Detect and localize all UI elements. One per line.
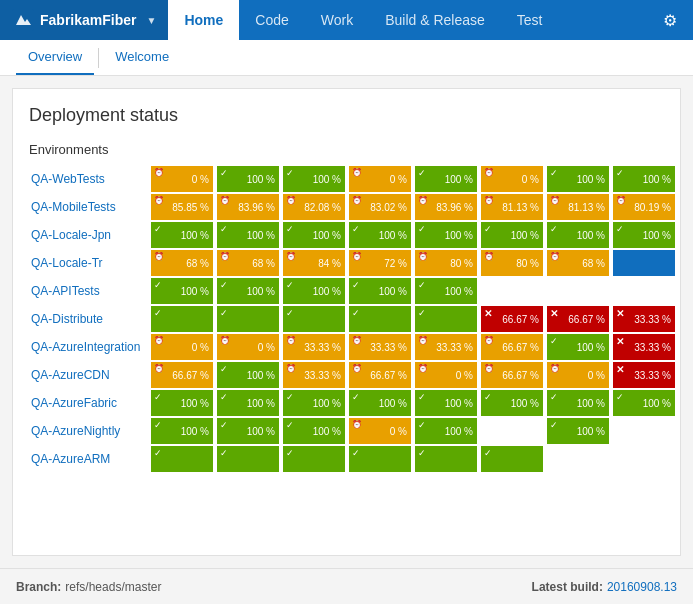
cell[interactable]: ✓100 % — [215, 165, 281, 193]
cell[interactable]: ⏰80 % — [413, 249, 479, 277]
cell[interactable]: ✓100 % — [215, 361, 281, 389]
cell[interactable] — [545, 445, 611, 473]
cell[interactable]: ✓ — [149, 305, 215, 333]
cell[interactable]: ⏰66.67 % — [149, 361, 215, 389]
cell[interactable]: ✓ — [347, 445, 413, 473]
nav-item-work[interactable]: Work — [305, 0, 369, 40]
cell[interactable] — [479, 277, 545, 305]
cell[interactable]: ⏰80 % — [479, 249, 545, 277]
cell[interactable]: ✓100 % — [545, 389, 611, 417]
cell[interactable]: ⏰0 % — [413, 361, 479, 389]
cell[interactable]: ✓100 % — [215, 389, 281, 417]
cell[interactable]: ⏰0 % — [149, 165, 215, 193]
cell[interactable]: ⏰66.67 % — [479, 333, 545, 361]
cell[interactable]: ✓100 % — [347, 221, 413, 249]
nav-item-code[interactable]: Code — [239, 0, 304, 40]
row-label[interactable]: QA-AzureARM — [29, 445, 149, 473]
cell[interactable] — [545, 277, 611, 305]
row-label[interactable]: QA-MobileTests — [29, 193, 149, 221]
cell[interactable]: ✓100 % — [413, 277, 479, 305]
cell[interactable]: ⏰68 % — [215, 249, 281, 277]
row-label[interactable]: QA-Locale-Tr — [29, 249, 149, 277]
cell[interactable] — [611, 445, 677, 473]
cell[interactable]: ✓100 % — [149, 389, 215, 417]
cell[interactable]: ✓100 % — [215, 221, 281, 249]
cell[interactable]: ✓100 % — [611, 221, 677, 249]
cell[interactable]: ⏰0 % — [215, 333, 281, 361]
cell[interactable]: ⏰68 % — [545, 249, 611, 277]
cell[interactable]: ✓100 % — [545, 333, 611, 361]
cell[interactable]: ⏰83.96 % — [215, 193, 281, 221]
cell[interactable]: ✓100 % — [281, 277, 347, 305]
cell[interactable]: ✓100 % — [347, 277, 413, 305]
cell[interactable]: ✓100 % — [479, 389, 545, 417]
row-label[interactable]: QA-Locale-Jpn — [29, 221, 149, 249]
cell[interactable] — [611, 249, 677, 277]
cell[interactable]: ✓100 % — [413, 389, 479, 417]
cell[interactable]: ✕33.33 % — [611, 361, 677, 389]
cell[interactable]: ✓100 % — [413, 221, 479, 249]
cell[interactable]: ⏰80.19 % — [611, 193, 677, 221]
subnav-welcome[interactable]: Welcome — [103, 40, 181, 75]
row-label[interactable]: QA-AzureNightly — [29, 417, 149, 445]
cell[interactable]: ⏰84 % — [281, 249, 347, 277]
cell[interactable]: ⏰81.13 % — [545, 193, 611, 221]
cell[interactable]: ⏰83.02 % — [347, 193, 413, 221]
cell[interactable]: ⏰33.33 % — [281, 333, 347, 361]
cell[interactable]: ✓ — [281, 445, 347, 473]
cell[interactable]: ✓100 % — [545, 417, 611, 445]
cell[interactable]: ⏰68 % — [149, 249, 215, 277]
cell[interactable]: ✓ — [479, 445, 545, 473]
cell[interactable]: ✓ — [413, 305, 479, 333]
cell[interactable] — [611, 417, 677, 445]
cell[interactable]: ✓100 % — [281, 221, 347, 249]
cell[interactable]: ✓100 % — [413, 417, 479, 445]
cell[interactable]: ⏰66.67 % — [347, 361, 413, 389]
cell[interactable]: ✓100 % — [215, 417, 281, 445]
cell[interactable]: ⏰0 % — [347, 417, 413, 445]
settings-icon[interactable]: ⚙ — [647, 0, 693, 40]
nav-item-build-release[interactable]: Build & Release — [369, 0, 501, 40]
nav-item-home[interactable]: Home — [168, 0, 239, 40]
cell[interactable]: ⏰82.08 % — [281, 193, 347, 221]
cell[interactable]: ✓100 % — [149, 417, 215, 445]
row-label[interactable]: QA-AzureIntegration — [29, 333, 149, 361]
cell[interactable]: ✓100 % — [479, 221, 545, 249]
cell[interactable] — [479, 417, 545, 445]
cell[interactable]: ⏰0 % — [149, 333, 215, 361]
subnav-overview[interactable]: Overview — [16, 40, 94, 75]
cell[interactable]: ✓100 % — [149, 277, 215, 305]
cell[interactable]: ⏰83.96 % — [413, 193, 479, 221]
cell[interactable]: ✓100 % — [281, 389, 347, 417]
cell[interactable]: ✓100 % — [611, 389, 677, 417]
cell[interactable]: ✓ — [347, 305, 413, 333]
cell[interactable]: ✓100 % — [545, 221, 611, 249]
cell[interactable]: ✓100 % — [545, 165, 611, 193]
cell[interactable]: ✓100 % — [149, 221, 215, 249]
cell[interactable]: ⏰0 % — [545, 361, 611, 389]
cell[interactable]: ⏰33.33 % — [413, 333, 479, 361]
cell[interactable]: ✓100 % — [347, 389, 413, 417]
cell[interactable]: ✕33.33 % — [611, 333, 677, 361]
cell[interactable]: ✕66.67 % — [545, 305, 611, 333]
cell[interactable]: ✓ — [215, 445, 281, 473]
cell[interactable]: ⏰66.67 % — [479, 361, 545, 389]
row-label[interactable]: QA-AzureFabric — [29, 389, 149, 417]
cell[interactable] — [611, 277, 677, 305]
row-label[interactable]: QA-APITests — [29, 277, 149, 305]
cell[interactable]: ⏰72 % — [347, 249, 413, 277]
row-label[interactable]: QA-AzureCDN — [29, 361, 149, 389]
cell[interactable]: ✓ — [215, 305, 281, 333]
cell[interactable]: ✓100 % — [413, 165, 479, 193]
cell[interactable]: ✓ — [281, 305, 347, 333]
cell[interactable]: ⏰33.33 % — [347, 333, 413, 361]
cell[interactable]: ⏰81.13 % — [479, 193, 545, 221]
cell[interactable]: ✓100 % — [215, 277, 281, 305]
cell[interactable]: ✓100 % — [611, 165, 677, 193]
cell[interactable]: ✓100 % — [281, 417, 347, 445]
cell[interactable]: ✕33.33 % — [611, 305, 677, 333]
brand-logo[interactable]: FabrikamFiber ▼ — [0, 0, 168, 40]
nav-item-test[interactable]: Test — [501, 0, 559, 40]
cell[interactable]: ⏰85.85 % — [149, 193, 215, 221]
row-label[interactable]: QA-Distribute — [29, 305, 149, 333]
